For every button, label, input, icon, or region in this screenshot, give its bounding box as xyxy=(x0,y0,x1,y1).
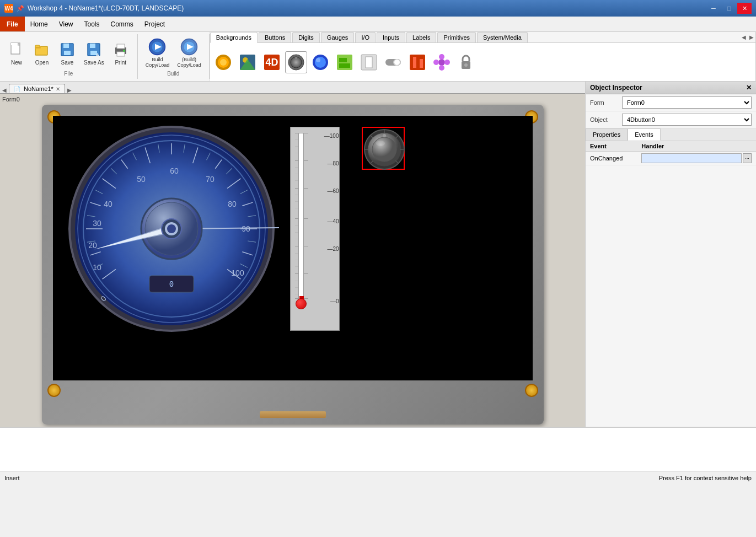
svg-rect-47 xyxy=(420,59,423,68)
widget-prev-arrow[interactable]: ◀ xyxy=(740,34,748,41)
thermometer-widget[interactable]: —100 —80 —60 —40 —20 —0 xyxy=(290,127,340,331)
file-toolbar-icons: New Open Save A xyxy=(4,35,133,71)
save-icon xyxy=(58,41,76,58)
inspector-tabs: Properties Events xyxy=(586,128,756,141)
svg-text:100: 100 xyxy=(231,268,244,277)
menu-project[interactable]: Project xyxy=(139,17,170,31)
widget-icon-green-bar[interactable] xyxy=(334,51,356,73)
save-as-button[interactable]: A Save As xyxy=(81,39,108,68)
widget-icon-2[interactable] xyxy=(237,51,259,73)
widget-icon-blue-circle[interactable] xyxy=(309,51,331,73)
inspector-object-label: Object xyxy=(590,116,618,123)
svg-text:80: 80 xyxy=(228,200,237,208)
event-handler-row: ··· xyxy=(641,153,752,163)
widget-nav: ◀ ▶ xyxy=(740,32,755,42)
svg-text:20: 20 xyxy=(88,241,97,250)
inspector-object-select[interactable]: 4Dbutton0 xyxy=(622,114,752,126)
print-button[interactable]: Print xyxy=(109,39,133,68)
form-tab-noname1[interactable]: 📄 NoName1* ✕ xyxy=(9,84,65,93)
speedometer-widget[interactable]: 0 10 20 30 40 50 xyxy=(64,121,279,369)
tab-gauges[interactable]: Gauges xyxy=(321,32,355,42)
tab-primitives[interactable]: Primitives xyxy=(437,32,476,42)
svg-rect-39 xyxy=(339,58,347,62)
window-controls: ─ □ ✕ xyxy=(706,3,752,14)
save-as-label: Save As xyxy=(84,60,104,66)
svg-rect-46 xyxy=(413,57,416,68)
svg-point-33 xyxy=(295,57,297,59)
build2-icon xyxy=(180,38,198,56)
inspector-close-icon[interactable]: ✕ xyxy=(746,84,752,92)
menu-tools[interactable]: Tools xyxy=(78,17,105,31)
inspector-events-table: Event Handler OnChanged ··· xyxy=(586,141,756,165)
form-tab-close[interactable]: ✕ xyxy=(56,86,60,92)
canvas-nav-prev[interactable]: ◀ xyxy=(2,87,7,93)
tab-labels[interactable]: Labels xyxy=(406,32,436,42)
svg-point-51 xyxy=(433,60,439,65)
build-icon xyxy=(148,38,166,56)
menu-home[interactable]: Home xyxy=(25,17,53,31)
tab-buttons[interactable]: Buttons xyxy=(259,32,291,42)
widget-icon-white-bar[interactable] xyxy=(358,51,380,73)
title-bar: W4 📌 Workshop 4 - NoName1*(uLCD-70DT, LA… xyxy=(0,0,756,17)
minimize-button[interactable]: ─ xyxy=(706,3,721,14)
inspector-col-handler: Handler xyxy=(637,141,756,152)
form-tab-icon: 📄 xyxy=(14,86,20,92)
thermo-tube xyxy=(298,133,304,301)
main-content: ◀ 📄 NoName1* ✕ ▶ Form0 xyxy=(0,82,756,427)
widget-tabs: Backgrounds Buttons Digits Gauges I/O In… xyxy=(210,32,755,43)
svg-text:A: A xyxy=(96,52,99,57)
form-tab-label: NoName1* xyxy=(24,85,53,92)
widget-icon-red-bar[interactable] xyxy=(406,51,428,73)
save-label: Save xyxy=(61,60,74,66)
svg-text:70: 70 xyxy=(206,175,215,184)
file-toolbar-group: New Open Save A xyxy=(0,34,138,79)
svg-text:10: 10 xyxy=(93,263,101,272)
widget-icon-3[interactable]: 4D xyxy=(261,51,283,73)
widget-icon-toggle[interactable] xyxy=(382,51,404,73)
inspector-title: Object Inspector ✕ xyxy=(586,82,756,94)
inspector-tab-properties[interactable]: Properties xyxy=(586,128,628,141)
left-toolbar: New Open Save A xyxy=(0,32,210,81)
tab-backgrounds[interactable]: Backgrounds xyxy=(210,32,258,43)
widget-icon-knob[interactable] xyxy=(285,51,307,73)
menu-view[interactable]: View xyxy=(53,17,79,31)
inspector-tab-events[interactable]: Events xyxy=(628,128,661,141)
connector-bottom xyxy=(260,411,326,418)
save-as-icon: A xyxy=(85,41,103,58)
svg-rect-2 xyxy=(11,43,18,45)
form-canvas[interactable]: Form0 xyxy=(0,94,585,427)
widget-icons-row: 4D xyxy=(210,43,755,81)
handler-expand-button[interactable]: ··· xyxy=(743,153,752,163)
print-icon xyxy=(112,41,130,58)
system-menu-pin[interactable]: 📌 xyxy=(17,5,24,12)
widget-icon-flower[interactable] xyxy=(431,51,453,73)
menu-comms[interactable]: Comms xyxy=(105,17,139,31)
save-button[interactable]: Save xyxy=(55,39,79,68)
tab-systemmedia[interactable]: System/Media xyxy=(477,32,528,42)
widget-next-arrow[interactable]: ▶ xyxy=(748,34,755,41)
handler-input[interactable] xyxy=(641,153,742,163)
canvas-nav-next[interactable]: ▶ xyxy=(67,87,72,93)
close-button[interactable]: ✕ xyxy=(737,3,752,14)
menu-file[interactable]: File xyxy=(0,17,25,31)
restore-button[interactable]: □ xyxy=(722,3,736,14)
open-label: Open xyxy=(35,60,49,66)
tab-digits[interactable]: Digits xyxy=(292,32,320,42)
build-copy-load-label: BuildCopy/Load xyxy=(146,57,170,68)
tab-io[interactable]: I/O xyxy=(355,32,376,42)
knob-widget[interactable] xyxy=(362,127,405,170)
tab-inputs[interactable]: Inputs xyxy=(377,32,405,42)
svg-point-48 xyxy=(438,59,445,66)
build-copy-load2-button[interactable]: (Build)Copy/Load xyxy=(174,36,205,70)
open-button[interactable]: Open xyxy=(30,39,54,68)
open-icon xyxy=(33,41,51,58)
inspector-event-handler-cell: ··· xyxy=(637,152,756,165)
widget-icon-lock[interactable] xyxy=(455,51,477,73)
widget-icon-1[interactable] xyxy=(212,51,234,73)
inspector-object-row: Object 4Dbutton0 xyxy=(586,111,756,128)
svg-point-111 xyxy=(372,137,396,162)
new-button[interactable]: New xyxy=(4,39,29,68)
build-copy-load-button[interactable]: BuildCopy/Load xyxy=(142,36,173,70)
inspector-title-label: Object Inspector xyxy=(590,84,642,92)
inspector-form-select[interactable]: Form0 xyxy=(622,96,752,109)
